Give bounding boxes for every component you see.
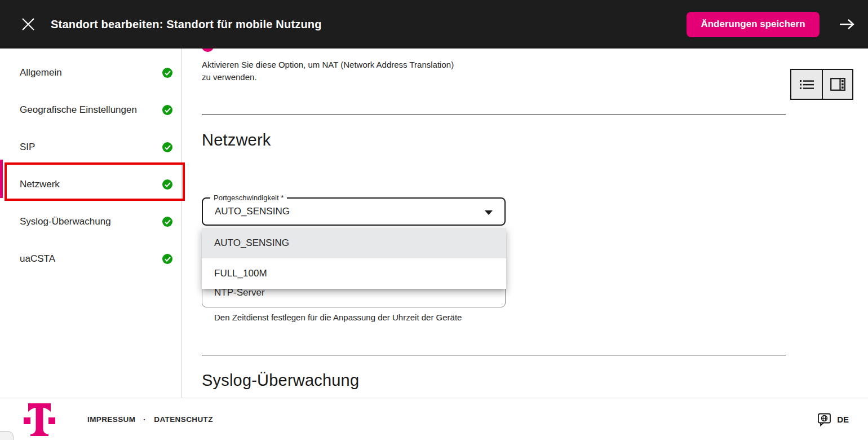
split-view-button[interactable] [822,70,852,99]
dialog-header: Standort bearbeiten: Standort für mobile… [0,0,868,49]
network-section-title: Netzwerk [202,131,271,149]
main-content: Aktivieren Sie diese Option, um NAT (Net… [182,49,868,396]
section-divider [202,114,786,115]
sidebar-item-label: SIP [20,142,162,153]
check-circle-icon [162,179,172,190]
sidebar-item-label: Geografische Einstellungen [20,104,162,116]
sidebar-item-allgemein[interactable]: Allgemein [0,54,181,91]
close-icon[interactable] [20,16,36,32]
impressum-link[interactable]: IMPRESSUM [87,415,135,424]
ntp-server-input-label: NTP-Server [214,287,265,298]
datenschutz-link[interactable]: DATENSCHUTZ [154,415,213,424]
sidebar-item-label: Netzwerk [20,179,162,190]
sidebar-item-sip[interactable]: SIP [0,129,181,166]
arrow-right-glyph [839,18,856,30]
dialog-title: Standort bearbeiten: Standort für mobile… [51,18,322,31]
footer-link-separator: · [143,415,146,424]
list-view-icon [799,78,814,91]
check-circle-icon [162,68,172,78]
check-circle-icon [162,254,172,264]
nat-toggle-partial[interactable] [202,49,214,52]
save-changes-button[interactable]: Änderungen speichern [687,12,820,37]
sidebar-item-geografische-einstellungen[interactable]: Geografische Einstellungen [0,91,181,129]
split-view-icon [830,78,845,91]
header-actions: Änderungen speichern [687,12,868,37]
language-globe-icon [817,412,831,426]
edit-location-dialog: Standort bearbeiten: Standort für mobile… [0,0,868,440]
chevron-down-icon [485,210,493,215]
language-code: DE [837,415,849,424]
section-nav-sidebar: Allgemein Geografische Einstellungen SIP… [0,49,182,398]
forward-arrow-icon[interactable] [839,18,856,30]
port-speed-value: AUTO_SENSING [215,206,290,217]
sidebar-item-netzwerk[interactable]: Netzwerk [0,166,181,203]
port-speed-options-panel: AUTO_SENSING FULL_100M [202,228,506,289]
port-speed-select[interactable]: Portgeschwindigkeit * AUTO_SENSING [202,197,506,226]
footer: IMPRESSUM · DATENSCHUTZ DE [0,398,868,440]
option-auto-sensing[interactable]: AUTO_SENSING [202,228,506,258]
footer-links: IMPRESSUM · DATENSCHUTZ [87,415,213,424]
check-circle-icon [162,217,172,227]
syslog-section-title: Syslog-Überwachung [202,371,359,390]
list-view-button[interactable] [791,70,822,99]
close-icon-glyph [21,17,36,32]
sidebar-item-syslog-ueberwachung[interactable]: Syslog-Überwachung [0,203,181,240]
check-circle-icon [162,105,172,115]
nat-option-helper-text: Aktivieren Sie diese Option, um NAT (Net… [202,59,461,83]
sidebar-item-label: Allgemein [20,67,162,78]
ntp-server-helper-text: Den Zeitdienst festlegen für die Anpassu… [214,313,462,322]
corner-widget-partial [0,431,14,440]
option-full-100m[interactable]: FULL_100M [202,258,506,289]
section-divider [202,355,786,355]
telekom-logo [24,402,55,436]
language-selector[interactable]: DE [817,412,849,426]
sidebar-item-uacsta[interactable]: uaCSTA [0,240,181,278]
sidebar-item-label: uaCSTA [20,253,162,265]
port-speed-label: Portgeschwindigkeit * [210,193,287,202]
check-circle-icon [162,142,172,152]
view-mode-toggle [790,69,853,100]
active-section-indicator [0,160,3,198]
sidebar-item-label: Syslog-Überwachung [20,216,162,227]
